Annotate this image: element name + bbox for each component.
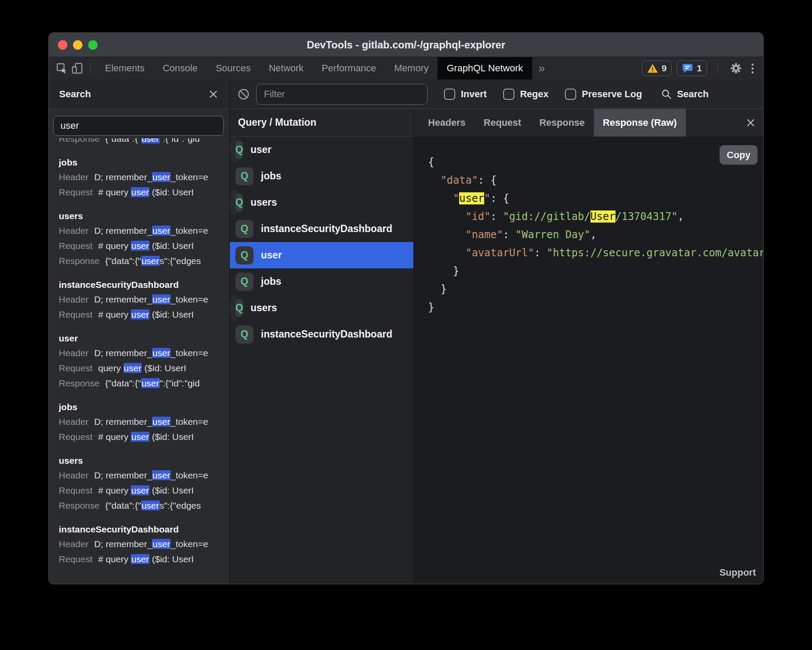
tab-memory[interactable]: Memory — [385, 57, 438, 80]
search-panel-title: Search — [59, 89, 91, 100]
json-token: "avatarUrl" — [466, 247, 534, 259]
result-group-title[interactable]: instanceSecurityDashboard — [59, 523, 229, 536]
json-token — [428, 192, 453, 204]
search-icon — [661, 89, 672, 100]
search-result-line[interactable]: HeaderD; remember_user_token=e — [59, 536, 229, 551]
result-line-label: Header — [59, 348, 89, 358]
json-search-highlight: User — [590, 210, 615, 223]
search-input[interactable] — [53, 116, 224, 136]
result-line-label: Request — [59, 309, 92, 319]
kebab-menu-icon[interactable] — [749, 64, 756, 73]
tab-performance[interactable]: Performance — [313, 57, 385, 80]
query-row-jobs[interactable]: Qjobs — [230, 163, 413, 189]
tab-console[interactable]: Console — [154, 57, 207, 80]
result-line-text: {"data":{" — [105, 500, 141, 510]
result-group-title[interactable]: jobs — [59, 400, 229, 414]
json-line: "user": { — [428, 189, 763, 207]
result-line-label: Request — [59, 432, 92, 442]
tab-sources[interactable]: Sources — [206, 57, 260, 80]
search-result-line[interactable]: HeaderD; remember_user_token=e — [59, 414, 229, 429]
search-result-line[interactable]: Request# query user ($id: UserI — [59, 307, 229, 322]
search-result-line[interactable]: HeaderD; remember_user_token=e — [59, 292, 229, 307]
messages-badge[interactable]: 1 — [677, 61, 707, 76]
search-result-group: userHeaderD; remember_user_token=eReques… — [59, 331, 229, 391]
tab-graphql-network[interactable]: GraphQL Network — [438, 57, 532, 80]
settings-gear-icon[interactable] — [728, 61, 744, 76]
result-group-title[interactable]: users — [59, 454, 229, 468]
warnings-badge[interactable]: 9 — [642, 61, 672, 76]
clear-icon[interactable] — [237, 88, 250, 101]
response-panel: HeadersRequestResponseResponse (Raw) Cop… — [414, 109, 763, 584]
response-close-icon[interactable] — [746, 118, 755, 127]
json-token: } — [428, 283, 447, 295]
search-match-highlight: user — [131, 554, 149, 564]
search-result-group: usersHeaderD; remember_user_token=eReque… — [59, 454, 229, 513]
search-result-line[interactable]: Request# query user ($id: UserI — [59, 551, 229, 567]
close-window-button[interactable] — [58, 40, 67, 50]
response-tab-headers[interactable]: Headers — [419, 109, 475, 137]
search-result-line[interactable]: Request# query user ($id: UserI — [59, 185, 229, 200]
result-group-title[interactable]: users — [59, 209, 229, 223]
query-row-user[interactable]: Quser — [230, 242, 413, 268]
copy-button[interactable]: Copy — [720, 145, 758, 165]
search-match-highlight: user — [141, 256, 160, 266]
filter-input[interactable] — [256, 84, 428, 105]
search-result-line[interactable]: Request# query user ($id: UserI — [59, 238, 229, 253]
search-result-line[interactable]: HeaderD; remember_user_token=e — [59, 223, 229, 238]
checkbox-preserve-log[interactable]: Preserve Log — [565, 89, 642, 100]
checkbox-regex[interactable]: Regex — [503, 89, 549, 100]
search-result-line[interactable]: HeaderD; remember_user_token=e — [59, 345, 229, 360]
query-row-user[interactable]: Quser — [230, 137, 239, 163]
response-tab-response[interactable]: Response — [530, 109, 594, 137]
checkbox-invert[interactable]: Invert — [444, 89, 487, 100]
query-row-instancesecuritydashboard[interactable]: QinstanceSecurityDashboard — [230, 216, 413, 242]
query-row-users[interactable]: Qusers — [230, 189, 239, 216]
json-token: "data" — [441, 174, 478, 186]
query-row-users[interactable]: Qusers — [230, 295, 239, 321]
query-row-instancesecuritydashboard[interactable]: QinstanceSecurityDashboard — [230, 321, 413, 347]
result-line-text: ($id: UserI — [149, 241, 194, 251]
search-result-line[interactable]: Response{"data":{"user":{"id":"gid — [59, 138, 229, 146]
tab-elements[interactable]: Elements — [96, 57, 154, 80]
json-token: { — [428, 156, 434, 168]
zoom-window-button[interactable] — [88, 40, 98, 50]
query-list-header: Query / Mutation — [230, 109, 413, 137]
support-link[interactable]: Support — [720, 567, 756, 578]
inspect-element-icon[interactable] — [54, 61, 70, 76]
result-line-text: query — [98, 363, 123, 373]
toolbar-search-label: Search — [677, 89, 708, 100]
result-line-label: Request — [59, 363, 92, 373]
search-result-line[interactable]: Response{"data":{"user":{"id":"gid — [59, 376, 229, 391]
search-result-line[interactable]: Request# query user ($id: UserI — [59, 483, 229, 498]
search-result-line[interactable]: HeaderD; remember_user_token=e — [59, 169, 229, 185]
result-line-label: Request — [59, 187, 92, 197]
device-toolbar-icon[interactable] — [70, 61, 85, 76]
result-group-title[interactable]: user — [59, 331, 229, 345]
search-result-line[interactable]: Response{"data":{"users":{"edges — [59, 498, 229, 513]
result-line-text: ($id: UserI — [149, 309, 194, 319]
search-result-line[interactable]: Request# query user ($id: UserI — [59, 429, 229, 444]
search-match-highlight: user — [131, 432, 149, 442]
search-result-line[interactable]: Requestquery user ($id: UserI — [59, 360, 229, 376]
more-tabs-chevron-icon[interactable]: » — [532, 62, 552, 75]
json-line: } — [428, 262, 763, 280]
response-tab-response-raw[interactable]: Response (Raw) — [594, 109, 686, 137]
result-group-title[interactable]: instanceSecurityDashboard — [59, 278, 229, 292]
result-group-title[interactable]: jobs — [59, 156, 229, 169]
query-row-jobs[interactable]: Qjobs — [230, 268, 413, 295]
minimize-window-button[interactable] — [73, 40, 82, 50]
search-result-line[interactable]: Response{"data":{"users":{"edges — [59, 253, 229, 268]
json-line: } — [428, 280, 763, 298]
search-close-icon[interactable] — [209, 89, 218, 99]
result-line-text: ($id: UserI — [149, 432, 194, 442]
response-tab-request[interactable]: Request — [475, 109, 530, 137]
query-list: QuserQjobsQusersQinstanceSecurityDashboa… — [230, 137, 413, 347]
result-line-label: Request — [59, 485, 92, 495]
json-line: "data": { — [428, 171, 763, 189]
result-line-text: ($id: UserI — [149, 554, 194, 564]
traffic-lights — [58, 33, 98, 57]
toolbar-search[interactable]: Search — [661, 89, 708, 100]
result-line-text: _token=e — [171, 294, 208, 304]
tab-network[interactable]: Network — [260, 57, 313, 80]
search-result-line[interactable]: HeaderD; remember_user_token=e — [59, 468, 229, 483]
